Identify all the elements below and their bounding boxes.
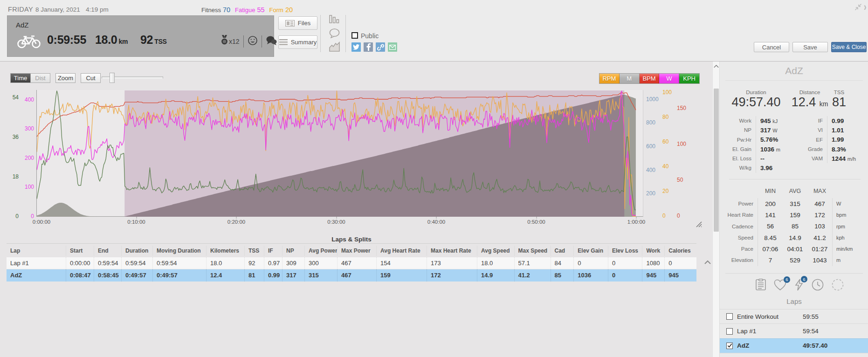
x-axis-tick-label: 0:20:00: [227, 219, 245, 225]
laps-table-column-header[interactable]: NP: [282, 246, 305, 256]
notes-icon[interactable]: [756, 279, 766, 293]
close-panel-chevron-icon[interactable]: ›: [864, 1, 867, 14]
workout-duration: 0:59:55: [47, 33, 86, 47]
laps-table-column-header[interactable]: Duration: [122, 246, 153, 256]
laps-table-cell: 84: [551, 257, 574, 269]
legend-button-w[interactable]: W: [659, 74, 679, 83]
laps-table-cell: 0:08:47: [66, 269, 94, 281]
main-scrollbar[interactable]: [712, 62, 719, 357]
laps-table-column-header[interactable]: Lap: [7, 246, 66, 256]
summary-button-label: Summary: [291, 39, 317, 46]
laps-table-column-header[interactable]: Work: [642, 246, 665, 256]
smiley-icon[interactable]: [248, 35, 258, 48]
workout-summary-card[interactable]: AdZ 0:59:55 18.0km 92TSS x12: [7, 15, 274, 57]
facebook-share-icon[interactable]: [364, 42, 373, 52]
collapse-icon[interactable]: [854, 3, 862, 13]
legend-button-m[interactable]: M: [620, 74, 640, 83]
laps-table-cell: 173: [427, 257, 477, 269]
stat-value-number: 8.3%: [832, 146, 846, 153]
lap-label: Entire Workout: [737, 313, 803, 320]
lap-checkbox[interactable]: [726, 343, 733, 349]
laps-table-column-header[interactable]: Elev Loss: [608, 246, 643, 256]
power-axis-tick-label: 300: [6, 125, 34, 132]
scrollbar-thumb[interactable]: [714, 89, 719, 232]
laps-table-cell: 1036: [574, 269, 608, 281]
divider: [725, 273, 863, 274]
save-and-close-button[interactable]: Save & Close: [831, 42, 867, 52]
workout-multiplier: x12: [229, 38, 240, 45]
laps-table-column-header[interactable]: Start: [66, 246, 94, 256]
minmax-avg: 159: [783, 212, 807, 219]
laps-table-column-header[interactable]: Calories: [665, 246, 696, 256]
legend-button-rpm[interactable]: RPM: [599, 74, 620, 83]
cancel-button[interactable]: Cancel: [754, 42, 789, 52]
sidebar-stat-row: EF 1.99: [805, 135, 866, 144]
dashed-circle-icon[interactable]: [832, 279, 844, 293]
sidebar-selection-title: AdZ: [720, 65, 868, 76]
scrollbar-up-arrow-icon[interactable]: [714, 62, 719, 70]
sidebar-lap-row[interactable]: Lap #1 59:54: [720, 323, 868, 338]
minmax-min: 56: [758, 223, 783, 230]
speech-bubble-icon[interactable]: [329, 28, 340, 40]
laps-table-row[interactable]: AdZ0:08:470:58:450:49:570:49:5712.4810.9…: [7, 269, 696, 281]
area-chart-icon[interactable]: [329, 41, 340, 54]
workout-chart[interactable]: [36, 90, 643, 217]
laps-table-column-header[interactable]: Avg Speed: [477, 246, 515, 256]
cadence-axis-tick-label: 100: [662, 89, 672, 96]
files-button[interactable]: Files: [278, 16, 317, 30]
minmax-avg: 529: [783, 257, 807, 264]
smoothing-slider-handle[interactable]: [110, 73, 115, 83]
sidebar-lap-row[interactable]: AdZ 49:57.40: [720, 338, 868, 353]
x-axis-tick-mark: [536, 217, 537, 219]
laps-table-column-header[interactable]: Moving Duration: [153, 246, 207, 256]
chart-resize-grip-icon[interactable]: [696, 221, 702, 229]
lap-checkbox[interactable]: [726, 313, 733, 320]
laps-table-cell: 945: [642, 269, 665, 281]
stat-value-number: --: [760, 155, 765, 162]
laps-table-row[interactable]: Lap #10:00:000:59:540:59:540:59:5418.092…: [7, 257, 696, 269]
sidebar-lap-row[interactable]: Entire Workout 59:55: [720, 309, 868, 323]
x-axis-tick-label: 0:50:00: [527, 219, 545, 225]
public-checkbox[interactable]: [351, 32, 358, 39]
laps-table-column-header[interactable]: Kilometers: [207, 246, 245, 256]
laps-table-cell: 467: [338, 269, 377, 281]
dist-mode-button[interactable]: Dist: [30, 73, 50, 83]
laps-table-column-header[interactable]: TSS: [245, 246, 264, 256]
laps-table-column-header[interactable]: Cad: [551, 246, 574, 256]
link-share-icon[interactable]: [376, 42, 385, 52]
comments-icon[interactable]: [266, 35, 277, 48]
duration-value: 49:57.40: [728, 95, 784, 110]
legend-button-kph[interactable]: KPH: [679, 74, 699, 83]
heart-rate-icon[interactable]: 6: [774, 279, 786, 293]
laps-table-column-header[interactable]: Avg Power: [305, 246, 338, 256]
table-scroll-up-icon[interactable]: [704, 258, 711, 266]
clock-icon[interactable]: [812, 279, 824, 293]
save-button[interactable]: Save: [792, 42, 828, 52]
laps-table-cell: 81: [245, 269, 264, 281]
laps-table-cell: 0:58:45: [94, 269, 122, 281]
laps-table-column-header[interactable]: Avg Heart Rate: [377, 246, 427, 256]
cut-button[interactable]: Cut: [81, 73, 101, 83]
laps-table-column-header[interactable]: End: [94, 246, 122, 256]
summary-button[interactable]: Summary: [278, 35, 317, 49]
laps-table-column-header[interactable]: Elev Gain: [574, 246, 608, 256]
bar-chart-icon[interactable]: [329, 15, 339, 25]
lap-checkbox[interactable]: [726, 328, 733, 335]
zoom-button[interactable]: Zoom: [55, 73, 76, 83]
power-lightning-icon[interactable]: 6: [794, 279, 804, 293]
stat-value-number: 1244: [832, 155, 846, 162]
laps-table-cell: 18.0: [477, 257, 515, 269]
stat-value: --: [756, 155, 765, 162]
minmax-min: 200: [758, 200, 783, 207]
laps-table-column-header[interactable]: Max Speed: [515, 246, 551, 256]
fitness-value: 70: [223, 6, 230, 14]
legend-button-bpm[interactable]: BPM: [640, 74, 660, 83]
laps-table-column-header[interactable]: Max Power: [338, 246, 377, 256]
laps-table-cell: 172: [427, 269, 477, 281]
email-share-icon[interactable]: [388, 42, 397, 52]
max-header: MAX: [807, 188, 832, 198]
twitter-share-icon[interactable]: [351, 42, 361, 52]
laps-table-column-header[interactable]: Max Heart Rate: [427, 246, 477, 256]
laps-table-column-header[interactable]: IF: [264, 246, 282, 256]
time-mode-button[interactable]: Time: [10, 73, 30, 83]
